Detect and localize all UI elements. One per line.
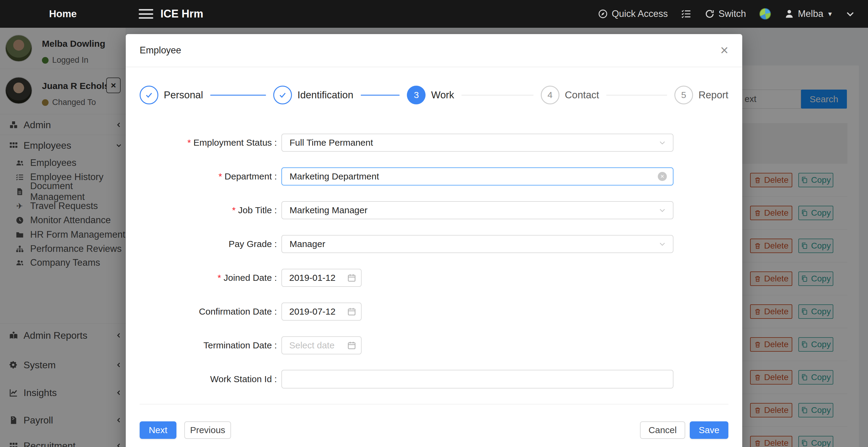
quick-access-label: Quick Access xyxy=(612,8,668,19)
quick-access-button[interactable]: Quick Access xyxy=(598,8,668,19)
footer-left-buttons: Next Previous xyxy=(140,421,231,439)
clear-icon[interactable]: × xyxy=(658,172,667,181)
user-menu[interactable]: Melba ▾ xyxy=(784,8,832,19)
modal-footer: Next Previous Cancel Save xyxy=(126,405,742,439)
select-value: Manager xyxy=(289,239,325,249)
work-station-id-input[interactable] xyxy=(281,370,674,388)
date-placeholder: Select date xyxy=(289,340,335,351)
calendar-icon xyxy=(347,273,356,282)
language-button[interactable] xyxy=(760,8,771,20)
field-label: Department xyxy=(140,171,281,182)
calendar-icon xyxy=(347,341,356,350)
form-row-confirmation-date: Confirmation Date 2019-07-12 xyxy=(140,302,728,321)
termination-date-picker[interactable]: Select date xyxy=(281,336,362,354)
step-number: 3 xyxy=(407,86,426,105)
top-bar: Home ICE Hrm Quick Access Switch xyxy=(0,0,868,28)
field-label: Joined Date xyxy=(140,273,281,283)
department-select[interactable]: Marketing Department × xyxy=(281,168,674,185)
joined-date-picker[interactable]: 2019-01-12 xyxy=(281,269,362,287)
field-label: Termination Date xyxy=(140,340,281,351)
caret-down-icon: ▾ xyxy=(828,10,832,18)
modal-header: Employee × xyxy=(126,34,742,67)
form-row-work-station-id: Work Station Id xyxy=(140,370,728,388)
field-label: Work Station Id xyxy=(140,374,281,384)
chevron-down-icon xyxy=(658,139,666,147)
form-row-termination-date: Termination Date Select date xyxy=(140,336,728,354)
topbar-actions: Quick Access Switch Melba xyxy=(598,0,855,28)
form-row-department: Department Marketing Department × xyxy=(140,168,728,185)
close-icon[interactable]: × xyxy=(718,41,731,59)
save-button[interactable]: Save xyxy=(690,421,728,439)
switch-button[interactable]: Switch xyxy=(705,8,746,19)
form-row-job-title: Job Title Marketing Manager xyxy=(140,201,728,219)
user-icon xyxy=(784,9,795,19)
check-icon xyxy=(140,86,158,105)
field-label: Confirmation Date xyxy=(140,306,281,317)
cancel-button[interactable]: Cancel xyxy=(640,421,685,439)
step-work[interactable]: 3 Work xyxy=(407,86,540,105)
chevron-down-icon xyxy=(845,9,855,19)
step-connector xyxy=(606,95,667,96)
step-personal[interactable]: Personal xyxy=(140,86,273,105)
app-title: ICE Hrm xyxy=(160,0,203,28)
step-connector xyxy=(461,95,533,96)
hamburger-menu-icon[interactable] xyxy=(139,8,153,20)
checklist-icon xyxy=(681,9,691,19)
chevron-down-icon xyxy=(658,206,666,214)
check-icon xyxy=(273,86,292,105)
step-identification[interactable]: Identification xyxy=(273,86,407,105)
calendar-icon xyxy=(347,307,356,316)
job-title-select[interactable]: Marketing Manager xyxy=(281,201,674,219)
modal-title: Employee xyxy=(140,45,181,56)
date-value: 2019-01-12 xyxy=(289,273,335,283)
form-row-pay-grade: Pay Grade Manager xyxy=(140,235,728,253)
employee-modal: Employee × Personal Identification 3 Wor xyxy=(126,34,742,447)
work-form: Employment Status Full Time Permanent De… xyxy=(126,122,742,388)
next-button[interactable]: Next xyxy=(140,421,177,439)
chevron-down-icon xyxy=(658,240,666,248)
previous-button[interactable]: Previous xyxy=(184,421,231,439)
user-name: Melba xyxy=(798,8,824,19)
field-label: Pay Grade xyxy=(140,239,281,249)
form-row-joined-date: Joined Date 2019-01-12 xyxy=(140,269,728,287)
switch-label: Switch xyxy=(718,8,746,19)
step-contact[interactable]: 4 Contact xyxy=(541,86,674,105)
tasks-button[interactable] xyxy=(681,9,691,19)
wizard-steps: Personal Identification 3 Work 4 Contact xyxy=(126,68,742,122)
pay-grade-select[interactable]: Manager xyxy=(281,235,674,253)
select-value: Marketing Department xyxy=(289,171,379,182)
step-report[interactable]: 5 Report xyxy=(674,86,728,105)
field-label: Employment Status xyxy=(140,138,281,148)
select-value: Marketing Manager xyxy=(289,205,367,215)
step-number: 4 xyxy=(541,86,559,105)
step-connector xyxy=(361,95,400,96)
globe-icon xyxy=(760,8,771,20)
date-value: 2019-07-12 xyxy=(289,306,335,317)
compass-icon xyxy=(598,9,608,19)
form-row-employment-status: Employment Status Full Time Permanent xyxy=(140,133,728,152)
step-connector xyxy=(210,95,266,96)
sync-icon xyxy=(705,9,715,19)
collapse-topbar-button[interactable] xyxy=(845,9,855,19)
app-root: Home ICE Hrm Quick Access Switch xyxy=(0,0,868,447)
footer-right-buttons: Cancel Save xyxy=(640,421,728,439)
field-label: Job Title xyxy=(140,205,281,215)
confirmation-date-picker[interactable]: 2019-07-12 xyxy=(281,302,362,321)
home-link[interactable]: Home xyxy=(0,0,126,28)
select-value: Full Time Permanent xyxy=(289,138,373,148)
step-number: 5 xyxy=(674,86,693,105)
employment-status-select[interactable]: Full Time Permanent xyxy=(281,133,674,152)
